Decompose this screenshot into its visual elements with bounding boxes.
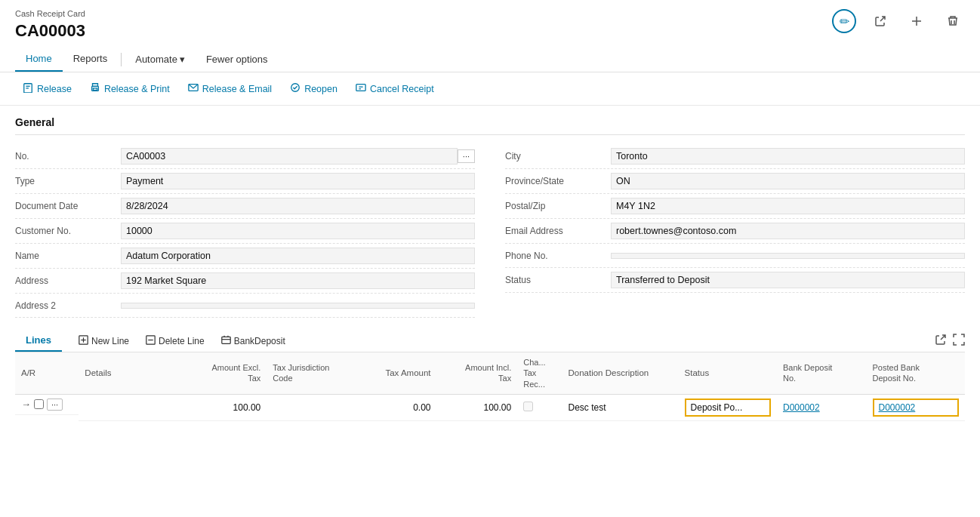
row-amount-incl: 100.00	[437, 394, 518, 420]
col-header-bank-dep: Bank DepositNo.	[777, 352, 867, 394]
fullscreen-button[interactable]	[953, 334, 965, 348]
col-header-amount-incl: Amount Incl.Tax	[437, 352, 518, 394]
field-email: Email Address robert.townes@contoso.com	[505, 219, 965, 244]
label-province: Province/State	[505, 176, 611, 186]
row-status: Deposit Po...	[679, 394, 777, 420]
row-amount-excl: 100.00	[186, 394, 267, 420]
general-section: General No. ··· Type Payment Document Da…	[0, 106, 980, 324]
field-customer-no: Customer No. 10000	[15, 219, 475, 244]
posted-bank-cell: D000002	[873, 399, 959, 417]
tab-reports[interactable]: Reports	[63, 47, 119, 72]
release-button[interactable]: Release	[15, 78, 79, 99]
row-cha-tax	[517, 394, 562, 420]
fields-grid: No. ··· Type Payment Document Date 8/28/…	[15, 144, 965, 318]
bank-deposit-button[interactable]: BankDeposit	[214, 332, 293, 350]
right-fields: City Toronto Province/State ON Postal/Zi…	[505, 144, 965, 318]
reopen-button[interactable]: Reopen	[282, 78, 345, 99]
fewer-options-button[interactable]: Fewer options	[196, 48, 279, 71]
field-city: City Toronto	[505, 144, 965, 169]
release-icon	[23, 82, 33, 95]
col-header-cha-tax: Cha...TaxRec...	[517, 352, 562, 394]
tab-automate[interactable]: Automate ▾	[125, 48, 196, 71]
input-no[interactable]	[121, 148, 458, 165]
release-email-button[interactable]: Release & Email	[180, 78, 279, 99]
edit-button[interactable]: ✏	[832, 9, 856, 33]
value-phone	[611, 253, 965, 259]
status-cell: Deposit Po...	[685, 399, 771, 417]
lines-export-icons	[935, 334, 965, 348]
field-document-date: Document Date 8/28/2024	[15, 194, 475, 219]
value-no: ···	[121, 148, 475, 165]
print-icon	[90, 82, 100, 95]
bank-deposit-icon	[221, 335, 231, 347]
col-header-posted-bank: Posted BankDeposit No.	[867, 352, 965, 394]
add-button[interactable]	[904, 9, 929, 33]
field-province: Province/State ON	[505, 169, 965, 194]
tab-home[interactable]: Home	[15, 47, 63, 72]
col-header-tax-jur: Tax JurisdictionCode	[267, 352, 365, 394]
page-title: CA00003	[15, 21, 965, 41]
row-arrow-area: → ···	[15, 395, 79, 415]
export-button[interactable]	[935, 334, 947, 348]
lines-table: A/R Details Amount Excl.Tax Tax Jurisdic…	[15, 352, 965, 421]
field-address2: Address 2	[15, 294, 475, 318]
row-cha-checkbox[interactable]	[523, 402, 533, 411]
delete-line-icon	[146, 335, 156, 347]
field-address: Address 192 Market Square	[15, 269, 475, 294]
label-no: No.	[15, 151, 121, 162]
delete-button[interactable]	[941, 9, 965, 33]
label-name: Name	[15, 251, 121, 261]
value-province: ON	[611, 173, 965, 189]
new-line-icon	[79, 335, 88, 347]
no-ellipsis-button[interactable]: ···	[458, 149, 475, 163]
row-dots-button[interactable]: ···	[47, 399, 63, 411]
field-no: No. ···	[15, 144, 475, 169]
delete-line-button[interactable]: Delete Line	[138, 332, 212, 350]
label-type: Type	[15, 176, 121, 186]
value-customer-no: 10000	[121, 223, 475, 239]
row-checkbox[interactable]	[34, 399, 44, 409]
field-postal: Postal/Zip M4Y 1N2	[505, 194, 965, 219]
value-postal: M4Y 1N2	[611, 198, 965, 214]
field-type: Type Payment	[15, 169, 475, 194]
col-header-status: Status	[679, 352, 777, 394]
row-details	[79, 394, 186, 420]
share-button[interactable]	[868, 9, 892, 33]
label-address: Address	[15, 275, 121, 286]
value-address: 192 Market Square	[121, 272, 475, 289]
left-fields: No. ··· Type Payment Document Date 8/28/…	[15, 144, 475, 318]
table-row: → ··· 100.00 0.00 100.00 Desc test Depos…	[15, 394, 965, 420]
col-header-donation: Donation Description	[562, 352, 678, 394]
svg-rect-6	[93, 88, 97, 91]
cancel-icon	[356, 82, 366, 95]
action-bar: Release Release & Print Release & Email	[0, 72, 980, 106]
row-donation-desc: Desc test	[562, 394, 678, 420]
row-arrow: →	[21, 399, 31, 410]
row-tax-amount: 0.00	[365, 394, 437, 420]
value-status: Transferred to Deposit	[611, 272, 965, 288]
email-icon	[188, 82, 199, 95]
release-print-button[interactable]: Release & Print	[82, 78, 177, 99]
label-email: Email Address	[505, 226, 611, 236]
posted-bank-link[interactable]: D000002	[879, 402, 916, 413]
col-header-ar: A/R	[15, 352, 79, 394]
value-address2	[121, 303, 475, 309]
label-status: Status	[505, 275, 611, 285]
field-status: Status Transferred to Deposit	[505, 268, 965, 293]
row-tax-jur	[267, 394, 365, 420]
cancel-receipt-button[interactable]: Cancel Receipt	[348, 78, 442, 99]
row-bank-dep-no: D000002	[777, 394, 867, 420]
label-address2: Address 2	[15, 300, 121, 311]
general-title: General	[15, 116, 965, 135]
col-header-tax-amount: Tax Amount	[365, 352, 437, 394]
field-name: Name Adatum Corporation	[15, 244, 475, 269]
chevron-down-icon: ▾	[180, 54, 185, 65]
value-city: Toronto	[611, 148, 965, 165]
bank-deposit-link[interactable]: D000002	[783, 402, 820, 413]
reopen-icon	[290, 82, 300, 95]
lines-tab[interactable]: Lines	[15, 330, 62, 352]
page-subtitle: Cash Receipt Card	[15, 9, 965, 18]
label-postal: Postal/Zip	[505, 201, 611, 211]
nav-tabs: Home Reports Automate ▾ Fewer options	[0, 47, 980, 72]
new-line-button[interactable]: New Line	[71, 332, 137, 350]
